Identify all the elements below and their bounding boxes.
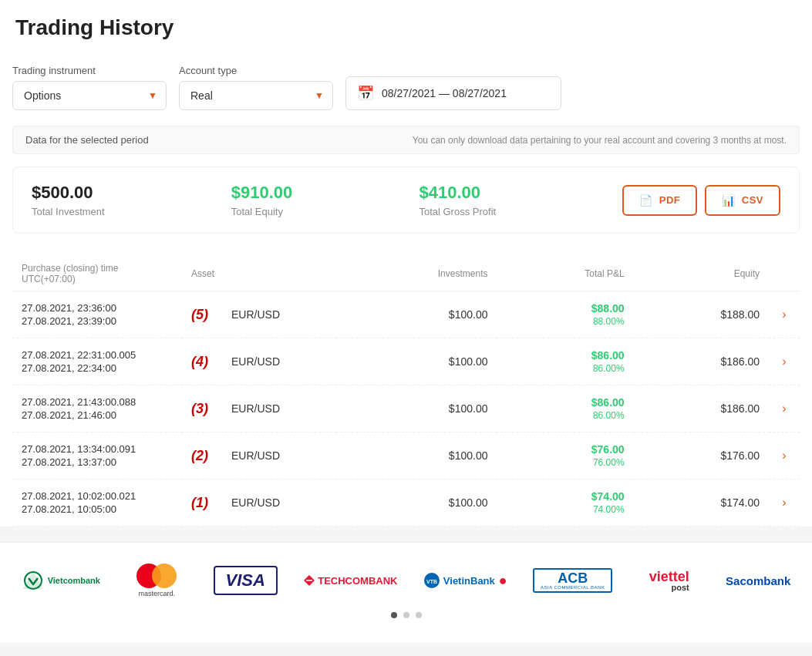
instrument-select-wrapper[interactable]: Options ▼: [12, 81, 167, 110]
visa-text: VISA: [226, 570, 265, 590]
expand-cell-4: ›: [769, 479, 800, 526]
time-cell-4: 27.08.2021, 10:02:00.021 27.08.2021, 10:…: [12, 479, 182, 526]
asset-cell-1: (4) EUR/USD: [182, 338, 336, 385]
export-buttons: 📄 PDF 📊 CSV: [622, 185, 780, 216]
svg-text:VTB: VTB: [426, 579, 437, 584]
pdf-icon: 📄: [639, 194, 653, 207]
carousel-dots: [12, 612, 800, 631]
total-profit: $410.00 Total Gross Profit: [419, 183, 496, 217]
investment-cell-0: $100.00: [336, 291, 497, 338]
expand-cell-0: ›: [769, 291, 800, 338]
instrument-select[interactable]: Options: [12, 81, 167, 110]
filters-row: Trading instrument Options ▼ Account typ…: [12, 56, 800, 110]
table-header-row: Purchase (closing) time UTC(+07:00) Asse…: [12, 257, 800, 291]
pnl-cell-2: $86.00 86.00%: [497, 385, 633, 432]
asset-cell-3: (2) EUR/USD: [182, 432, 336, 479]
table-row: 27.08.2021, 22:31:00.005 27.08.2021, 22:…: [12, 338, 800, 385]
col-investments-header: Investments: [336, 257, 497, 291]
expand-row-button-4[interactable]: ›: [779, 493, 789, 513]
table-row: 27.08.2021, 13:34:00.091 27.08.2021, 13:…: [12, 432, 800, 479]
time-cell-1: 27.08.2021, 22:31:00.005 27.08.2021, 22:…: [12, 338, 182, 385]
vietinbank-logo: VTB VietinBank ●: [423, 561, 507, 600]
data-period-note: You can only download data pertaining to…: [413, 135, 787, 146]
date-range-picker[interactable]: 📅 08/27/2021 — 08/27/2021: [345, 76, 561, 110]
data-period-label: Data for the selected period: [25, 134, 149, 146]
expand-row-button-2[interactable]: ›: [779, 399, 789, 419]
table-row: 27.08.2021, 21:43:00.088 27.08.2021, 21:…: [12, 385, 800, 432]
account-select[interactable]: Real: [179, 81, 333, 110]
page-title: Trading History: [12, 15, 800, 40]
investment-cell-3: $100.00: [336, 432, 497, 479]
date-range-text: 08/27/2021 — 08/27/2021: [382, 87, 507, 99]
sacombank-logo: Sacombank: [726, 561, 790, 600]
asset-cell-0: (5) EUR/USD: [182, 291, 336, 338]
total-equity-label: Total Equity: [231, 206, 293, 217]
techcom-diamond-icon: [303, 574, 315, 587]
acb-logo: ACB ASIA COMMERCIAL BANK: [533, 561, 612, 600]
col-pnl-header: Total P&L: [497, 257, 633, 291]
vietinbank-icon: VTB: [423, 572, 440, 589]
total-equity-value: $910.00: [231, 183, 293, 203]
acb-sub: ASIA COMMERCIAL BANK: [541, 585, 605, 590]
viettel-text: viettel: [649, 570, 689, 584]
viettel-post-text: post: [672, 584, 689, 592]
table-row: 27.08.2021, 10:02:00.021 27.08.2021, 10:…: [12, 479, 800, 526]
partners-section: Vietcombank mastercard. VISA: [0, 542, 812, 643]
time-cell-0: 27.08.2021, 23:36:00 27.08.2021, 23:39:0…: [12, 291, 182, 338]
visa-logo: VISA: [214, 561, 278, 600]
sacombank-text: Sacombank: [726, 574, 790, 587]
equity-cell-4: $174.00: [634, 479, 769, 526]
partners-logos: Vietcombank mastercard. VISA: [12, 561, 800, 600]
mastercard-logo: mastercard.: [126, 561, 187, 600]
asset-cell-2: (3) EUR/USD: [182, 385, 336, 432]
expand-cell-1: ›: [769, 338, 800, 385]
total-profit-value: $410.00: [419, 183, 496, 203]
vietinbank-text: VietinBank: [443, 575, 495, 587]
vietcombank-icon: [22, 569, 45, 592]
investment-cell-4: $100.00: [336, 479, 497, 526]
pnl-cell-0: $88.00 88.00%: [497, 291, 633, 338]
total-profit-label: Total Gross Profit: [419, 206, 496, 217]
expand-cell-2: ›: [769, 385, 800, 432]
viettel-post-logo: viettel post: [638, 561, 700, 600]
carousel-dot-2[interactable]: [403, 612, 409, 618]
vietinbank-dot: ●: [499, 573, 507, 589]
instrument-filter-group: Trading instrument Options ▼: [12, 65, 167, 110]
equity-cell-0: $188.00: [634, 291, 769, 338]
expand-cell-3: ›: [769, 432, 800, 479]
equity-cell-1: $186.00: [634, 338, 769, 385]
techcombank-logo: TECHCOMBANK: [303, 561, 397, 600]
csv-icon: 📊: [722, 194, 736, 207]
total-investment-label: Total Investment: [32, 206, 105, 217]
investment-cell-2: $100.00: [336, 385, 497, 432]
equity-cell-3: $176.00: [634, 432, 769, 479]
expand-row-button-0[interactable]: ›: [779, 304, 789, 325]
table-row: 27.08.2021, 23:36:00 27.08.2021, 23:39:0…: [12, 291, 800, 338]
total-investment: $500.00 Total Investment: [32, 183, 105, 217]
investment-cell-1: $100.00: [336, 338, 497, 385]
csv-label: CSV: [742, 194, 763, 206]
mc-orange-circle: [152, 563, 177, 588]
date-filter-group: 📅 08/27/2021 — 08/27/2021: [345, 56, 561, 110]
data-period-bar: Data for the selected period You can onl…: [12, 126, 800, 154]
pnl-cell-1: $86.00 86.00%: [497, 338, 633, 385]
mc-label: mastercard.: [138, 590, 175, 597]
col-time-header: Purchase (closing) time UTC(+07:00): [12, 257, 182, 291]
acb-letters: ACB: [558, 571, 588, 585]
techcombank-text: TECHCOMBANK: [318, 575, 397, 587]
asset-cell-4: (1) EUR/USD: [182, 479, 336, 526]
time-cell-3: 27.08.2021, 13:34:00.091 27.08.2021, 13:…: [12, 432, 182, 479]
expand-row-button-1[interactable]: ›: [779, 352, 789, 372]
equity-cell-2: $186.00: [634, 385, 769, 432]
account-label: Account type: [179, 65, 333, 76]
pnl-cell-4: $74.00 74.00%: [497, 479, 633, 526]
summary-card: $500.00 Total Investment $910.00 Total E…: [12, 167, 800, 234]
csv-export-button[interactable]: 📊 CSV: [705, 185, 780, 216]
total-equity: $910.00 Total Equity: [231, 183, 293, 217]
carousel-dot-3[interactable]: [416, 612, 422, 618]
pdf-export-button[interactable]: 📄 PDF: [622, 185, 697, 216]
carousel-dot-1[interactable]: [391, 612, 397, 618]
col-equity-header: Equity: [634, 257, 769, 291]
account-select-wrapper[interactable]: Real ▼: [179, 81, 333, 110]
expand-row-button-3[interactable]: ›: [779, 446, 789, 466]
